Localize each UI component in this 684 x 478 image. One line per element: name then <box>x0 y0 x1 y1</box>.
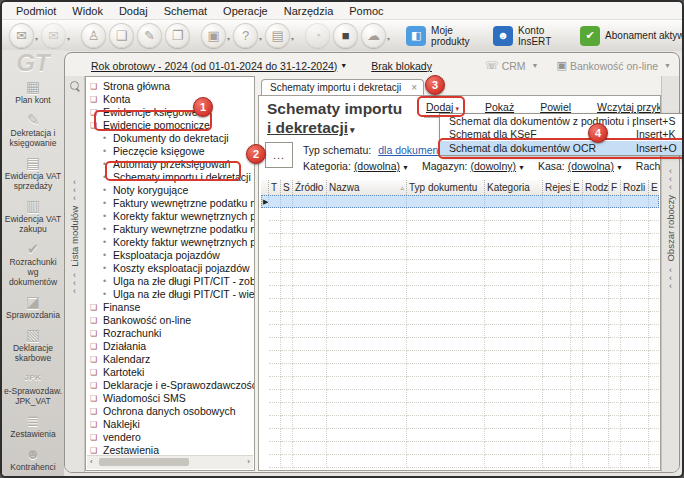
page-title[interactable]: Schematy importu i dekretacji▾ <box>267 100 402 137</box>
horizontal-scrollbar[interactable]: ‹ › <box>87 455 253 469</box>
module-item[interactable]: ❏Ewidencje pomocnicze <box>88 119 254 132</box>
subscription-status[interactable]: ✔Abonament aktywny <box>580 26 684 46</box>
scroll-right-icon[interactable]: › <box>247 457 250 466</box>
module-item[interactable]: ❏Ewidencje księgowe <box>88 106 254 119</box>
sidebar-item-jpk[interactable]: JPKe-Sprawozdaw. JPK_VAT <box>3 367 63 410</box>
module-item[interactable]: •Korekty faktur wewnętrznych podat <box>88 210 254 223</box>
column-header-s[interactable]: S <box>281 180 293 195</box>
column-header-e[interactable]: E <box>571 180 583 195</box>
selected-table-row[interactable]: ▶ <box>261 195 659 208</box>
module-item[interactable]: •Ulga na złe długi PIT/CIT - zobowią <box>88 275 254 288</box>
cash-filter-value[interactable]: (dowolna) <box>568 160 614 172</box>
column-header-e[interactable]: E <box>649 180 659 195</box>
sidebar-item-sprawozdania[interactable]: ◪Sprawozdania <box>3 291 63 324</box>
receive-document-icon-caret[interactable]: ▾ <box>67 35 70 42</box>
module-item[interactable]: •Noty korygujące <box>88 184 254 197</box>
module-item[interactable]: •Faktury wewnętrzne podatku należ <box>88 197 254 210</box>
module-item[interactable]: •Faktury wewnętrzne podatku nalicz <box>88 223 254 236</box>
help-icon[interactable]: ? <box>233 23 258 48</box>
add-menu-item[interactable]: Schemat dla KSeFInsert+K <box>440 128 684 142</box>
module-item[interactable]: •Korekty faktur wewnętrznych podat <box>88 236 254 249</box>
cube-icon[interactable]: ■ <box>333 23 358 48</box>
column-header-rozli[interactable]: Rozli <box>621 180 649 195</box>
menu-schemat[interactable]: Schemat <box>156 4 215 18</box>
crm-control[interactable]: ☏ CRM ▼ <box>485 59 539 72</box>
column-header-rejes[interactable]: Rejes <box>543 180 571 195</box>
help-icon-caret[interactable]: ▾ <box>259 35 262 42</box>
menu-operacje[interactable]: Operacje <box>215 4 276 18</box>
tab-close-icon[interactable]: × <box>411 83 417 92</box>
insert-account-button[interactable]: ☻Konto InsERT <box>493 25 564 47</box>
module-item[interactable]: •Pieczęcie księgowe <box>88 145 254 158</box>
workstation-icon[interactable]: ▤ <box>265 23 290 48</box>
printer-icon-caret[interactable]: ▾ <box>227 35 230 42</box>
column-header-typ dokumentu[interactable]: Typ dokumentu <box>407 180 485 195</box>
posting-icon: ✎ <box>3 111 63 128</box>
module-item[interactable]: ❏Wiadomości SMS <box>88 392 254 405</box>
module-item[interactable]: •Dokumenty do dekretacji <box>88 132 254 145</box>
menu-widok[interactable]: Widok <box>64 4 111 18</box>
blank-document-icon[interactable]: ❑ <box>109 23 134 48</box>
module-list: ❏Strona główna❏Konta❏Ewidencje księgowe❏… <box>86 77 254 454</box>
menu-dodaj[interactable]: Dodaj <box>111 4 156 18</box>
module-item[interactable]: ❏Finanse <box>88 301 254 314</box>
locks-link[interactable]: Brak blokady <box>371 60 432 72</box>
scroll-left-icon[interactable]: ‹ <box>90 457 93 466</box>
more-filters-button[interactable]: ... <box>265 142 293 168</box>
module-item[interactable]: ❏Deklaracje i e-Sprawozdawczość <box>88 379 254 392</box>
sidebar-item-plan-kont[interactable]: ▦Plan kont <box>3 76 63 109</box>
send-document-icon[interactable]: ✉ <box>9 23 34 48</box>
category-filter-value[interactable]: (dowolna) <box>354 160 400 172</box>
edit-document-icon[interactable]: ✎ <box>137 23 162 48</box>
my-products-button[interactable]: ◧Moje produkty <box>406 25 477 47</box>
column-header-f[interactable]: F <box>609 180 621 195</box>
module-item-label: Ewidencje pomocnicze <box>103 119 210 131</box>
column-header-nazwa[interactable]: Nazwa▵ <box>327 180 407 195</box>
workstation-icon-caret[interactable]: ▾ <box>291 35 294 42</box>
sidebar-item-zestawienia[interactable]: ≣Zestawienia <box>3 410 63 443</box>
copy-document-icon[interactable]: ❐ <box>165 23 190 48</box>
module-icon: ❏ <box>90 405 97 418</box>
module-item[interactable]: ❏Strona główna <box>88 80 254 93</box>
sidebar-item-vat-zakupu[interactable]: ▥Ewidencja VAT zakupu <box>3 195 63 238</box>
module-item[interactable]: ❏Kartoteki <box>88 366 254 379</box>
module-list-strip[interactable]: ‹‹‹ Lista modułów ‹‹‹ <box>65 76 85 472</box>
module-item[interactable]: •Koszty eksploatacji pojazdów <box>88 262 254 275</box>
module-item[interactable]: ❏Konta <box>88 93 254 106</box>
tab-schematy-importu[interactable]: Schematy importu i dekretacji × <box>261 79 424 95</box>
stamp-icon[interactable]: ♙ <box>81 23 106 48</box>
module-item[interactable]: ❏Zestawienia <box>88 444 254 454</box>
module-item[interactable]: ❏Rozrachunki <box>88 327 254 340</box>
banking-control[interactable]: ▣ Bankowość on-line ▼ <box>557 59 671 72</box>
sidebar-item-vat-sprzedazy[interactable]: ▤Ewidencja VAT sprzedaży <box>3 152 63 195</box>
module-item[interactable]: ❏Ochrona danych osobowych <box>88 405 254 418</box>
cloud-icon[interactable]: ☁ <box>361 23 386 48</box>
add-menu-item[interactable]: Schemat dla dokumentów z podmiotu i plik… <box>440 114 684 128</box>
sidebar-item-rozrachunki[interactable]: ✔Rozrachunki wg dokumentów <box>3 238 63 291</box>
module-item[interactable]: ❏Działania <box>88 340 254 353</box>
send-document-icon-caret[interactable]: ▾ <box>35 35 38 42</box>
menu-pomoc[interactable]: Pomoc <box>341 4 391 18</box>
menu-narzędzia[interactable]: Narzędzia <box>276 4 342 18</box>
printer-icon[interactable]: ▣ <box>201 23 226 48</box>
scrollbar-thumb[interactable] <box>99 458 189 466</box>
column-header-kategoria[interactable]: Kategoria <box>485 180 543 195</box>
module-item[interactable]: ❏Bankowość on-line <box>88 314 254 327</box>
module-item[interactable]: •Schematy importu i dekretacji <box>88 171 254 184</box>
sidebar-item-dekretacja[interactable]: ✎Dekretacja i księgowanie <box>3 109 63 152</box>
add-menu-item[interactable]: Schemat dla dokumentów OCRInsert+O <box>440 141 684 155</box>
warehouse-filter-value[interactable]: (dowolny) <box>470 160 516 172</box>
fiscal-year-selector[interactable]: Rok obrotowy - 2024 (od 01-01-2024 do 31… <box>91 60 337 72</box>
module-item[interactable]: ❏Kalendarz <box>88 353 254 366</box>
column-header-rodz[interactable]: Rodz <box>583 180 609 195</box>
column-header-źródło[interactable]: Źródło <box>293 180 327 195</box>
sidebar-item-deklaracje[interactable]: ▧Deklaracje skarbowe <box>3 324 63 367</box>
sidebar-item-kontrahenci[interactable]: ☻Kontrahenci <box>3 443 63 476</box>
module-item[interactable]: ❏vendero <box>88 431 254 444</box>
module-item[interactable]: •Automaty przeksięgowań <box>88 158 254 171</box>
module-item[interactable]: •Eksploatacja pojazdów <box>88 249 254 262</box>
module-item[interactable]: •Ulga na złe długi PIT/CIT - wierzytel <box>88 288 254 301</box>
menu-podmiot[interactable]: Podmiot <box>8 4 64 18</box>
column-header-t[interactable]: T <box>269 180 281 195</box>
module-item[interactable]: ❏Naklejki <box>88 418 254 431</box>
